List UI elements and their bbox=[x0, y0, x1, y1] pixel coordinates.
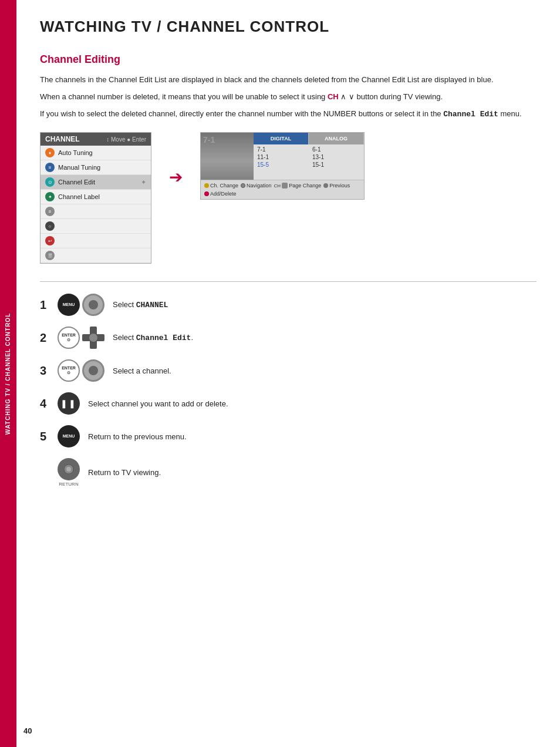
enter-label: ENTER⊙ bbox=[62, 333, 76, 343]
description-3: If you wish to select the deleted channe… bbox=[40, 108, 537, 121]
description-2: When a channel number is deleted, it mea… bbox=[40, 91, 537, 103]
footer-page-change: CH Page Change bbox=[274, 183, 322, 189]
menu-item-8[interactable]: ☰ bbox=[41, 248, 151, 263]
step-4-buttons: ❚❚ bbox=[58, 392, 80, 415]
menu-button-1[interactable]: MENU bbox=[58, 294, 80, 316]
pause-icon: ❚❚ bbox=[60, 399, 77, 408]
menu-item-auto-tuning[interactable]: ♦ Auto Tuning bbox=[41, 146, 151, 160]
channel-label-label: Channel Label bbox=[58, 193, 100, 200]
nav-label: Navigation bbox=[247, 183, 272, 189]
dpad-2[interactable] bbox=[82, 327, 104, 349]
digital-tab[interactable]: DIGITAL bbox=[254, 133, 309, 144]
menu-item-5[interactable]: ≡ bbox=[41, 204, 151, 219]
channel-panel-footer: Ch. Change Navigation CH Page Change Pre… bbox=[201, 180, 364, 199]
analog-ch-2: 13-1 bbox=[312, 153, 360, 161]
scroll-wheel-1[interactable] bbox=[82, 294, 104, 316]
step-5-number: 5 bbox=[40, 430, 49, 443]
channel-menu-box: CHANNEL ↕ Move ● Enter ♦ Auto Tuning ≡ M… bbox=[40, 132, 151, 264]
step-2-number: 2 bbox=[40, 331, 49, 345]
step-2-channel-edit: Channel Edit bbox=[136, 334, 191, 342]
channel-list: 7-1 11-1 15-5 6-1 13-1 15-1 bbox=[254, 144, 364, 170]
analog-ch-3: 15-1 bbox=[312, 161, 360, 169]
menu-item-6[interactable]: ○ bbox=[41, 219, 151, 234]
menu-controls: ↕ Move ● Enter bbox=[106, 136, 146, 143]
return-button[interactable] bbox=[58, 458, 80, 480]
add-delete-label: Add/Delete bbox=[210, 191, 237, 197]
selected-star: ✦ bbox=[141, 179, 146, 186]
footer-navigation: Navigation bbox=[241, 183, 272, 189]
step-4-text: Select channel you want to add or delete… bbox=[88, 399, 228, 408]
scroll-wheel-3[interactable] bbox=[82, 359, 104, 382]
step-1: 1 MENU Select CHANNEL bbox=[40, 294, 537, 316]
sidebar-label: WATCHING TV / CHANNEL CONTROL bbox=[0, 0, 16, 747]
step-2-buttons: ENTER⊙ bbox=[58, 327, 104, 349]
step-3-text: Select a channel. bbox=[113, 366, 171, 375]
digital-channels: 7-1 11-1 15-5 bbox=[254, 144, 309, 170]
dpad-center bbox=[89, 334, 97, 342]
previous-dot bbox=[323, 183, 328, 188]
menu-button-label: MENU bbox=[63, 302, 75, 307]
digital-ch-1: 7-1 bbox=[257, 146, 305, 153]
step-return-text: Return to TV viewing. bbox=[88, 468, 161, 477]
diagram-area: CHANNEL ↕ Move ● Enter ♦ Auto Tuning ≡ M… bbox=[40, 132, 537, 264]
step-3: 3 ENTER⊙ Select a channel. bbox=[40, 359, 537, 382]
footer-ch-change: Ch. Change bbox=[204, 183, 238, 189]
return-icon bbox=[63, 464, 74, 475]
menu-item-channel-label[interactable]: ✦ Channel Label bbox=[41, 190, 151, 204]
step-5-buttons: MENU bbox=[58, 425, 80, 447]
menu-button-label-5: MENU bbox=[63, 434, 75, 439]
tab-row: DIGITAL ANALOG bbox=[254, 133, 364, 144]
scroll-inner bbox=[89, 300, 98, 309]
pause-button[interactable]: ❚❚ bbox=[58, 392, 80, 415]
return-label: RETURN bbox=[59, 482, 78, 487]
previous-label: Previous bbox=[329, 183, 350, 189]
dpad-right bbox=[96, 334, 104, 341]
section-heading: Channel Editing bbox=[40, 53, 537, 66]
analog-channels: 6-1 13-1 15-1 bbox=[309, 144, 364, 170]
menu-item-7[interactable]: ↩ bbox=[41, 234, 151, 248]
enter-label-3: ENTER⊙ bbox=[62, 366, 76, 376]
scroll-inner-3 bbox=[89, 366, 98, 375]
menu-item-manual-tuning[interactable]: ≡ Manual Tuning bbox=[41, 160, 151, 175]
step-3-number: 3 bbox=[40, 364, 49, 378]
description-1: The channels in the Channel Edit List ar… bbox=[40, 74, 537, 86]
section-divider bbox=[40, 281, 537, 282]
nav-dot bbox=[241, 183, 245, 188]
step-3-buttons: ENTER⊙ bbox=[58, 359, 104, 382]
channel-edit-panel: 7-1 DIGITAL ANALOG 7-1 11-1 15-5 bbox=[200, 132, 365, 200]
page-change-label: Page Change bbox=[289, 183, 321, 189]
menu-header: CHANNEL ↕ Move ● Enter bbox=[41, 133, 151, 146]
enter-button-3[interactable]: ENTER⊙ bbox=[58, 359, 80, 382]
auto-tuning-icon: ♦ bbox=[45, 148, 55, 157]
sidebar-label-text: WATCHING TV / CHANNEL CONTROL bbox=[5, 312, 12, 435]
manual-tuning-icon: ≡ bbox=[45, 163, 55, 172]
menu-item-channel-edit[interactable]: ⊙ Channel Edit ✦ bbox=[41, 175, 151, 190]
channel-preview: 7-1 bbox=[201, 133, 254, 180]
auto-tuning-label: Auto Tuning bbox=[58, 149, 93, 156]
menu-icon-8: ☰ bbox=[45, 251, 55, 260]
page-number: 40 bbox=[23, 726, 32, 735]
svg-point-1 bbox=[66, 467, 71, 472]
digital-ch-3: 15-5 bbox=[257, 161, 305, 169]
step-5-text: Return to the previous menu. bbox=[88, 432, 187, 441]
step-4-number: 4 bbox=[40, 397, 49, 410]
digital-ch-2: 11-1 bbox=[257, 153, 305, 161]
footer-previous: Previous bbox=[323, 183, 350, 189]
step-1-buttons: MENU bbox=[58, 294, 104, 316]
page-change-icon bbox=[282, 183, 288, 189]
step-2: 2 ENTER⊙ Select Channel Edit. bbox=[40, 327, 537, 349]
channel-panel-top: 7-1 DIGITAL ANALOG 7-1 11-1 15-5 bbox=[201, 133, 364, 180]
channel-edit-label: Channel Edit bbox=[58, 179, 95, 186]
enter-button-2[interactable]: ENTER⊙ bbox=[58, 327, 80, 349]
arrow-right-icon: ➔ bbox=[169, 167, 183, 187]
step-2-text: Select Channel Edit. bbox=[113, 333, 193, 342]
menu-button-5[interactable]: MENU bbox=[58, 425, 80, 447]
page-title: WATCHING TV / CHANNEL CONTROL bbox=[40, 18, 537, 36]
analog-tab[interactable]: ANALOG bbox=[309, 133, 364, 144]
step-4: 4 ❚❚ Select channel you want to add or d… bbox=[40, 392, 537, 415]
step-5: 5 MENU Return to the previous menu. bbox=[40, 425, 537, 447]
step-1-text: Select CHANNEL bbox=[113, 300, 168, 309]
channel-edit-icon: ⊙ bbox=[45, 177, 55, 187]
analog-ch-1: 6-1 bbox=[312, 146, 360, 153]
channel-tabs: DIGITAL ANALOG 7-1 11-1 15-5 6-1 13-1 15… bbox=[254, 133, 364, 180]
